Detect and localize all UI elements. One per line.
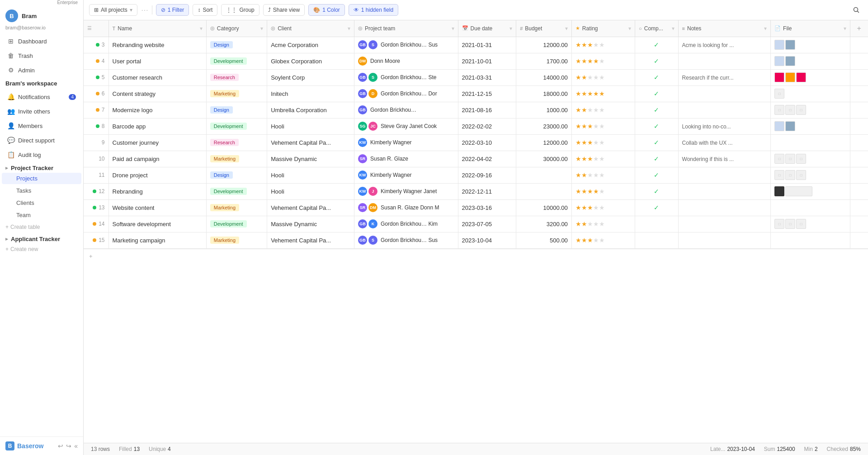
- sidebar-item-admin[interactable]: ⚙ Admin: [2, 63, 81, 77]
- cell-name[interactable]: Customer research: [108, 69, 206, 85]
- table-row[interactable]: 3 Rebranding website Design Acme Corpora…: [84, 37, 868, 53]
- all-projects-button[interactable]: ⊞ All projects ▾: [89, 4, 137, 16]
- sidebar-item-audit-log[interactable]: 📋 Audit log: [2, 148, 81, 161]
- cell-budget[interactable]: 1000.00: [516, 102, 572, 118]
- cell-name[interactable]: Paid ad campaign: [108, 151, 206, 167]
- cell-category[interactable]: Marketing: [206, 85, 267, 102]
- cell-rating[interactable]: ★★★★★: [571, 232, 635, 248]
- cell-completed[interactable]: ✓: [635, 37, 678, 53]
- cell-file[interactable]: [771, 69, 850, 85]
- cell-completed[interactable]: [635, 232, 678, 248]
- cell-notes[interactable]: Wondering if this is ...: [678, 151, 771, 167]
- cell-client[interactable]: Vehement Capital Pa...: [267, 199, 354, 216]
- cell-budget[interactable]: 500.00: [516, 232, 572, 248]
- cell-team[interactable]: GBSGordon Brickhou… Sus: [354, 37, 458, 53]
- cell-client[interactable]: Massive Dynamic: [267, 216, 354, 232]
- sidebar-item-projects[interactable]: Projects: [2, 173, 81, 184]
- more-icon[interactable]: ⋯: [141, 6, 148, 14]
- cell-client[interactable]: Vehement Capital Pa...: [267, 134, 354, 151]
- cell-team[interactable]: GBGordon Brickhou…: [354, 102, 458, 118]
- cell-completed[interactable]: ✓: [635, 183, 678, 199]
- sidebar-item-tasks[interactable]: Tasks: [2, 185, 81, 196]
- tracker-applicant-tracker[interactable]: ▸ Applicant Tracker: [0, 233, 83, 243]
- cell-client[interactable]: Initech: [267, 85, 354, 102]
- cell-name[interactable]: Rebranding: [108, 183, 206, 199]
- cell-rating[interactable]: ★★★★★: [571, 151, 635, 167]
- cell-name[interactable]: Customer journey: [108, 134, 206, 151]
- cell-rating[interactable]: ★★★★★: [571, 69, 635, 85]
- cell-notes[interactable]: [678, 216, 771, 232]
- cell-completed[interactable]: ✓: [635, 134, 678, 151]
- cell-rating[interactable]: ★★★★★: [571, 53, 635, 69]
- cell-notes[interactable]: [678, 199, 771, 216]
- cell-category[interactable]: Design: [206, 102, 267, 118]
- cell-date[interactable]: 2022-03-10: [458, 134, 516, 151]
- cell-team[interactable]: KWJKimberly Wagner Janet: [354, 183, 458, 199]
- cell-file[interactable]: □□□: [771, 216, 850, 232]
- user-info[interactable]: B Bram: [5, 9, 37, 22]
- cell-category[interactable]: Development: [206, 118, 267, 134]
- cell-budget[interactable]: 14000.00: [516, 69, 572, 85]
- cell-rating[interactable]: ★★★★★: [571, 183, 635, 199]
- cell-category[interactable]: Research: [206, 134, 267, 151]
- cell-client[interactable]: Vehement Capital Pa...: [267, 232, 354, 248]
- cell-budget[interactable]: 3200.00: [516, 216, 572, 232]
- color-button[interactable]: 🎨 1 Color: [308, 4, 345, 16]
- undo-button[interactable]: ↩: [58, 442, 63, 450]
- sidebar-item-trash[interactable]: 🗑 Trash: [2, 49, 81, 62]
- cell-notes[interactable]: [678, 167, 771, 183]
- cell-team[interactable]: GBDGordon Brickhou… Dor: [354, 85, 458, 102]
- cell-date[interactable]: 2022-02-02: [458, 118, 516, 134]
- cell-date[interactable]: 2021-10-01: [458, 53, 516, 69]
- cell-name[interactable]: Software development: [108, 216, 206, 232]
- sort-button[interactable]: ↕ Sort: [193, 4, 217, 16]
- table-row[interactable]: 8 Barcode app Development Hooli SGJCStev…: [84, 118, 868, 134]
- cell-name[interactable]: Barcode app: [108, 118, 206, 134]
- cell-completed[interactable]: [635, 216, 678, 232]
- cell-rating[interactable]: ★★★★★: [571, 199, 635, 216]
- cell-notes[interactable]: Acme is looking for ...: [678, 37, 771, 53]
- share-view-button[interactable]: ⤴ Share view: [263, 4, 305, 16]
- cell-notes[interactable]: Collab with the UX ...: [678, 134, 771, 151]
- sidebar-item-clients[interactable]: Clients: [2, 197, 81, 209]
- sidebar-item-members[interactable]: 👤 Members: [2, 119, 81, 133]
- cell-file[interactable]: [771, 232, 850, 248]
- cell-date[interactable]: 2021-01-31: [458, 37, 516, 53]
- cell-category[interactable]: Development: [206, 183, 267, 199]
- cell-file[interactable]: □□□: [771, 102, 850, 118]
- table-row[interactable]: 14 Software development Development Mass…: [84, 216, 868, 232]
- cell-name[interactable]: User portal: [108, 53, 206, 69]
- table-row[interactable]: 9 Customer journey Research Vehement Cap…: [84, 134, 868, 151]
- cell-completed[interactable]: ✓: [635, 199, 678, 216]
- cell-notes[interactable]: [678, 102, 771, 118]
- cell-rating[interactable]: ★★★★★: [571, 216, 635, 232]
- filter-button[interactable]: ⊘ 1 Filter: [156, 4, 189, 16]
- cell-completed[interactable]: ✓: [635, 53, 678, 69]
- table-row[interactable]: 5 Customer research Research Soylent Cor…: [84, 69, 868, 85]
- col-row-check[interactable]: ☰: [84, 20, 108, 37]
- table-row[interactable]: 15 Marketing campaign Marketing Vehement…: [84, 232, 868, 248]
- col-category[interactable]: ◎ Category ▾: [206, 20, 267, 37]
- cell-rating[interactable]: ★★★★★: [571, 102, 635, 118]
- redo-button[interactable]: ↪: [66, 442, 71, 450]
- cell-budget[interactable]: 18000.00: [516, 85, 572, 102]
- cell-team[interactable]: KWKimberly Wagner: [354, 167, 458, 183]
- cell-budget[interactable]: 12000.00: [516, 37, 572, 53]
- hidden-field-button[interactable]: 👁 1 hidden field: [349, 4, 398, 16]
- cell-completed[interactable]: ✓: [635, 69, 678, 85]
- group-button[interactable]: ⋮⋮ Group: [221, 4, 259, 16]
- cell-file[interactable]: [771, 183, 850, 199]
- cell-date[interactable]: 2021-12-15: [458, 85, 516, 102]
- sidebar-item-dashboard[interactable]: ⊞ Dashboard: [2, 34, 81, 48]
- cell-team[interactable]: KWKimberly Wagner: [354, 134, 458, 151]
- cell-date[interactable]: 2022-09-16: [458, 167, 516, 183]
- collapse-button[interactable]: «: [74, 442, 78, 450]
- cell-budget[interactable]: [516, 183, 572, 199]
- table-row[interactable]: 11 Drone project Design Hooli KWKimberly…: [84, 167, 868, 183]
- cell-client[interactable]: Acme Corporation: [267, 37, 354, 53]
- cell-completed[interactable]: ✓: [635, 151, 678, 167]
- table-row[interactable]: 6 Content strategy Marketing Initech GBD…: [84, 85, 868, 102]
- cell-budget[interactable]: 30000.00: [516, 151, 572, 167]
- sidebar-item-direct-support[interactable]: 💬 Direct support: [2, 133, 81, 147]
- cell-client[interactable]: Umbrella Corporation: [267, 102, 354, 118]
